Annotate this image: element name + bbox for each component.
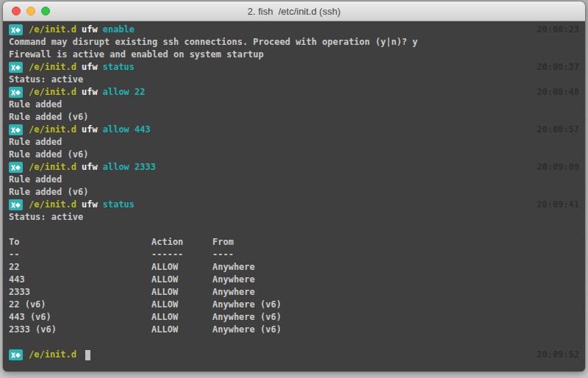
output-text: Rule added (v6) bbox=[9, 149, 88, 161]
command-args: allow 443 bbox=[103, 124, 151, 136]
fish-icon bbox=[11, 202, 21, 209]
command-program: ufw bbox=[82, 24, 98, 36]
table-header-to: To bbox=[9, 236, 151, 249]
rule-from: Anywhere (v6) bbox=[212, 299, 579, 311]
table-row: 22 ALLOW Anywhere bbox=[9, 261, 579, 274]
table-row: 443 ALLOW Anywhere bbox=[9, 274, 579, 286]
command-program: ufw bbox=[82, 161, 98, 174]
rule-from: Anywhere bbox=[212, 261, 579, 274]
table-row: 2333 (v6) ALLOW Anywhere (v6) bbox=[9, 324, 579, 336]
timestamp: 20:09:52 bbox=[537, 349, 579, 361]
fish-icon bbox=[11, 89, 21, 96]
prompt-line: /e/init.d ufw allow 22 20:08:48 bbox=[9, 86, 579, 99]
window-controls bbox=[12, 1, 50, 21]
fish-prompt-badge bbox=[9, 24, 23, 35]
prompt-path: /e/init.d bbox=[29, 161, 76, 174]
table-row: 22 (v6) ALLOW Anywhere (v6) bbox=[9, 299, 579, 311]
fish-icon bbox=[11, 352, 21, 359]
rule-to: 443 (v6) bbox=[9, 311, 151, 324]
prompt-path: /e/init.d bbox=[29, 349, 76, 361]
timestamp: 20:08:48 bbox=[537, 86, 579, 99]
fish-icon bbox=[11, 126, 21, 134]
prompt-path: /e/init.d bbox=[29, 199, 76, 211]
timestamp: 20:08:57 bbox=[537, 124, 579, 136]
output-line: Command may disrupt existing ssh connect… bbox=[9, 36, 579, 49]
output-text: Status: active bbox=[9, 74, 83, 86]
prompt-line: /e/init.d ufw enable 20:08:23 bbox=[9, 24, 579, 36]
timestamp: 20:09:09 bbox=[537, 161, 579, 174]
rule-from: Anywhere bbox=[212, 286, 579, 299]
rule-action: ALLOW bbox=[151, 324, 212, 336]
prompt-path: /e/init.d bbox=[29, 61, 76, 74]
fish-icon bbox=[11, 64, 21, 71]
prompt-line: /e/init.d ufw allow 443 20:08:57 bbox=[9, 124, 579, 136]
rule-to: 2333 bbox=[9, 286, 151, 299]
fish-prompt-badge bbox=[9, 62, 23, 73]
close-button[interactable] bbox=[12, 7, 21, 15]
timestamp: 20:09:41 bbox=[537, 199, 579, 211]
blank-line bbox=[9, 336, 579, 349]
prompt-line: /e/init.d ufw allow 2333 20:09:09 bbox=[9, 161, 579, 174]
window-title: 2. fish /etc/init.d (ssh) bbox=[248, 6, 340, 17]
rule-from: Anywhere (v6) bbox=[212, 324, 579, 336]
output-text: Rule added bbox=[9, 136, 62, 149]
prompt-path: /e/init.d bbox=[29, 86, 76, 99]
rule-from: Anywhere bbox=[212, 274, 579, 286]
output-text: Rule added bbox=[9, 174, 62, 186]
rule-to: 22 bbox=[9, 261, 151, 274]
output-text: Rule added (v6) bbox=[9, 111, 88, 124]
command-program: ufw bbox=[82, 199, 98, 211]
output-line: Rule added (v6) bbox=[9, 111, 579, 124]
fish-icon bbox=[11, 26, 21, 34]
rule-action: ALLOW bbox=[151, 299, 212, 311]
output-line: Status: active bbox=[9, 211, 579, 224]
table-row: 443 (v6) ALLOW Anywhere (v6) bbox=[9, 311, 579, 324]
command-args: enable bbox=[103, 24, 135, 36]
output-line: Rule added (v6) bbox=[9, 186, 579, 199]
table-divider-to: -- bbox=[9, 249, 151, 261]
output-line: Rule added (v6) bbox=[9, 149, 579, 161]
table-divider-action: ------ bbox=[151, 249, 212, 261]
prompt-line-current[interactable]: /e/init.d 20:09:52 bbox=[9, 349, 579, 361]
blank-line bbox=[9, 224, 579, 236]
terminal-screen[interactable]: /e/init.d ufw enable 20:08:23 Command ma… bbox=[3, 21, 585, 371]
rule-action: ALLOW bbox=[151, 261, 212, 274]
rule-action: ALLOW bbox=[151, 286, 212, 299]
output-text: Command may disrupt existing ssh connect… bbox=[9, 36, 417, 49]
output-text: Rule added bbox=[9, 99, 62, 111]
command-args: allow 2333 bbox=[103, 161, 156, 174]
fish-prompt-badge bbox=[9, 199, 23, 210]
fish-prompt-badge bbox=[9, 349, 23, 360]
zoom-button[interactable] bbox=[41, 7, 50, 15]
rule-action: ALLOW bbox=[151, 274, 212, 286]
prompt-line: /e/init.d ufw status 20:09:41 bbox=[9, 199, 579, 211]
output-line: Firewall is active and enabled on system… bbox=[9, 49, 579, 61]
table-divider-from: ---- bbox=[212, 249, 579, 261]
command-args: allow 22 bbox=[103, 86, 146, 99]
command-args: status bbox=[103, 199, 135, 211]
table-row: 2333 ALLOW Anywhere bbox=[9, 286, 579, 299]
minimize-button[interactable] bbox=[26, 7, 35, 15]
text-cursor[interactable] bbox=[85, 350, 90, 360]
output-text: Firewall is active and enabled on system… bbox=[9, 49, 264, 61]
rule-from: Anywhere (v6) bbox=[212, 311, 579, 324]
table-header-from: From bbox=[212, 236, 579, 249]
prompt-path: /e/init.d bbox=[29, 124, 76, 136]
rule-to: 443 bbox=[9, 274, 151, 286]
terminal-window: 2. fish /etc/init.d (ssh) /e/init.d ufw … bbox=[3, 1, 585, 371]
desktop: 2. fish /etc/init.d (ssh) /e/init.d ufw … bbox=[0, 0, 588, 378]
window-titlebar[interactable]: 2. fish /etc/init.d (ssh) bbox=[3, 1, 585, 21]
fish-icon bbox=[11, 164, 21, 171]
table-header-row: To Action From bbox=[9, 236, 579, 249]
fish-prompt-badge bbox=[9, 124, 23, 135]
command-program: ufw bbox=[82, 61, 98, 74]
output-line: Rule added bbox=[9, 136, 579, 149]
fish-prompt-badge bbox=[9, 162, 23, 173]
fish-prompt-badge bbox=[9, 87, 23, 98]
command-program: ufw bbox=[82, 86, 98, 99]
timestamp: 20:08:37 bbox=[537, 61, 579, 74]
output-line: Rule added bbox=[9, 174, 579, 186]
timestamp: 20:08:23 bbox=[537, 24, 579, 36]
command-args: status bbox=[103, 61, 135, 74]
output-text: Rule added (v6) bbox=[9, 186, 88, 199]
